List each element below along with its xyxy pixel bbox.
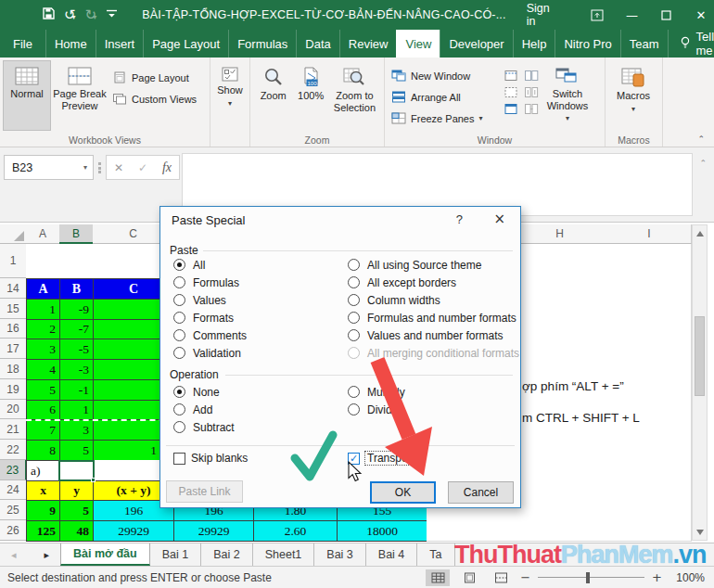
radio-formulas[interactable]: Formulas <box>173 274 247 291</box>
transpose-checkbox[interactable]: ✓ Transpose <box>348 452 421 465</box>
grid-cell[interactable] <box>26 244 60 279</box>
grid-cell[interactable]: 1 <box>26 299 60 320</box>
grid-cell[interactable] <box>512 480 608 501</box>
none-radio-icon[interactable] <box>173 386 185 398</box>
multiply-radio-icon[interactable] <box>348 386 360 398</box>
sheet-nav-right-icon[interactable]: ▸ <box>45 549 50 561</box>
grid-cell[interactable] <box>607 278 692 300</box>
all-using-source-theme-radio-icon[interactable] <box>348 259 360 271</box>
ribbon-tab-view[interactable]: View <box>396 30 440 58</box>
normal-view-button[interactable]: Normal <box>3 60 51 131</box>
minimize-button[interactable]: — <box>615 0 649 30</box>
values-radio-icon[interactable] <box>173 294 185 306</box>
new-window-button[interactable]: New Window <box>388 66 501 85</box>
column-header-b[interactable]: B <box>59 224 94 244</box>
row-header-17[interactable]: 17 <box>0 339 27 359</box>
active-cell-B23[interactable] <box>58 460 95 481</box>
grid-cell[interactable] <box>427 520 513 542</box>
grid-cell[interactable]: 29929 <box>173 520 254 542</box>
row-header-18[interactable]: 18 <box>0 359 27 379</box>
grid-cell[interactable]: x <box>26 480 60 501</box>
divide-radio-icon[interactable] <box>348 403 360 415</box>
grid-cell[interactable]: -7 <box>59 319 94 339</box>
sheet-tab-b-i-m-u[interactable]: Bài mở đầu <box>60 543 150 566</box>
grid-cell[interactable]: 5 <box>26 379 60 401</box>
add-radio-icon[interactable] <box>173 403 185 415</box>
grid-cell[interactable] <box>512 299 608 320</box>
tell-me-box[interactable]: Tell me <box>668 30 714 58</box>
grid-cell[interactable]: 8 <box>26 440 60 461</box>
ribbon-tab-formulas[interactable]: Formulas <box>228 30 296 58</box>
dialog-close-icon[interactable]: × <box>493 211 505 227</box>
grid-cell[interactable] <box>512 244 608 279</box>
formula-bar-splitter[interactable] <box>98 162 101 173</box>
zoom-slider[interactable] <box>538 572 644 583</box>
select-all-corner[interactable] <box>0 224 27 244</box>
formats-radio-icon[interactable] <box>173 312 185 324</box>
validation-radio-icon[interactable] <box>173 347 185 359</box>
grid-cell[interactable]: 4 <box>26 359 60 380</box>
scroll-up-icon[interactable] <box>693 225 707 241</box>
grid-cell[interactable] <box>607 500 692 521</box>
zoom-out-button[interactable]: − <box>520 570 530 584</box>
vertical-scrollbar[interactable] <box>692 224 708 541</box>
ribbon-tab-review[interactable]: Review <box>339 30 397 58</box>
row-header-26[interactable]: 26 <box>0 520 27 541</box>
name-box[interactable]: B23 ▾ <box>4 155 94 180</box>
grid-cell[interactable]: A <box>26 278 60 300</box>
zoom-100-button[interactable]: 100 100% <box>293 60 327 131</box>
grid-cell[interactable]: y <box>59 480 94 501</box>
row-header-20[interactable]: 20 <box>0 400 27 419</box>
hide-icon[interactable] <box>504 86 518 98</box>
sign-in-button[interactable]: Sign in <box>506 2 580 28</box>
radio-validation[interactable]: Validation <box>173 344 247 362</box>
formulas-radio-icon[interactable] <box>173 276 185 288</box>
page-break-preview-icon-status[interactable] <box>489 569 513 586</box>
grid-cell[interactable] <box>512 278 608 300</box>
skip-blanks-box[interactable] <box>173 453 185 465</box>
grid-cell[interactable] <box>59 244 94 279</box>
formulas-and-number-formats-radio-icon[interactable] <box>348 312 360 324</box>
dialog-help-button[interactable]: ? <box>456 212 463 226</box>
fill-handle[interactable] <box>91 478 96 482</box>
row-header-21[interactable]: 21 <box>0 419 27 440</box>
ribbon-tab-developer[interactable]: Developer <box>440 30 512 58</box>
zoom-in-button[interactable]: + <box>652 570 662 584</box>
collapse-ribbon-icon[interactable]: ⌃ <box>697 134 705 144</box>
freeze-panes-button[interactable]: Freeze Panes ▾ <box>388 109 501 128</box>
ribbon-tab-page-layout[interactable]: Page Layout <box>143 30 228 58</box>
column-header-a[interactable]: A <box>26 224 60 244</box>
values-and-number-formats-radio-icon[interactable] <box>348 329 360 341</box>
row-header-19[interactable]: 19 <box>0 379 27 400</box>
ribbon-tab-nitro-pro[interactable]: Nitro Pro <box>555 30 619 58</box>
show-button[interactable]: Show ▾ <box>213 60 247 131</box>
enter-entry-icon[interactable]: ✓ <box>138 161 147 174</box>
save-icon[interactable] <box>43 7 55 22</box>
grid-cell[interactable]: -9 <box>59 299 94 320</box>
all-except-borders-radio-icon[interactable] <box>348 276 360 288</box>
radio-none[interactable]: None <box>173 383 235 401</box>
ribbon-tab-help[interactable]: Help <box>513 30 555 58</box>
ribbon-tab-data[interactable]: Data <box>296 30 338 58</box>
grid-cell[interactable]: 18000 <box>337 520 427 542</box>
zoom-button[interactable]: Zoom <box>253 60 293 131</box>
grid-cell[interactable]: -3 <box>59 359 94 380</box>
radio-values-and-number-formats[interactable]: Values and number formats <box>348 326 519 344</box>
subtract-radio-icon[interactable] <box>173 421 185 433</box>
comments-radio-icon[interactable] <box>173 329 185 341</box>
normal-view-icon-status[interactable] <box>426 569 450 586</box>
switch-windows-button[interactable]: Switch Windows ▾ <box>542 60 593 131</box>
sheet-tab-bai-2[interactable]: Bai 2 <box>201 543 253 566</box>
zoom-to-selection-button[interactable]: Zoom to Selection <box>328 60 381 131</box>
grid-cell[interactable]: 1 <box>59 400 94 420</box>
ribbon-tab-team[interactable]: Team <box>620 30 668 58</box>
radio-formulas-and-number-formats[interactable]: Formulas and number formats <box>348 309 519 326</box>
ribbon-tab-home[interactable]: Home <box>45 30 96 58</box>
column-header-i[interactable]: I <box>607 224 692 244</box>
grid-cell[interactable]: 5 <box>59 500 94 521</box>
name-box-dropdown-icon[interactable]: ▾ <box>83 163 87 172</box>
grid-cell[interactable] <box>512 520 608 542</box>
ribbon-display-options-icon[interactable] <box>580 0 614 30</box>
grid-cell[interactable] <box>607 359 692 380</box>
sheet-tab-bai-4[interactable]: Bai 4 <box>366 543 418 566</box>
